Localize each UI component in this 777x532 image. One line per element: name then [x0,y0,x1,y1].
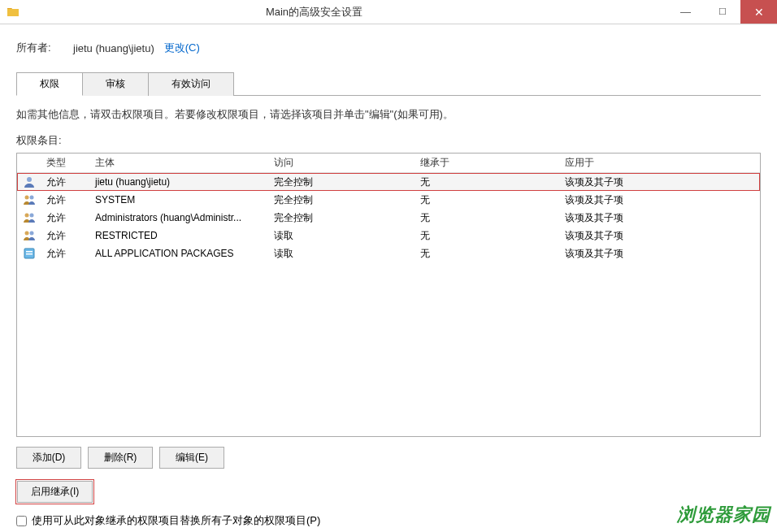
tab-1[interactable]: 审核 [83,72,149,96]
cell-access: 完全控制 [269,210,415,227]
principal-icon [17,245,41,262]
edit-button[interactable]: 编辑(E) [159,447,224,469]
permission-entries-label: 权限条目: [16,133,761,148]
cell-type: 允许 [41,227,90,244]
watermark-text: 浏览器家园 [677,503,770,527]
cell-inherited: 无 [415,245,560,262]
owner-label: 所有者: [16,41,73,55]
dialog-content: 所有者: jietu (huang\jietu) 更改(C) 权限审核有效访问 … [0,24,777,528]
tab-bar: 权限审核有效访问 [16,71,761,96]
cell-applies: 该项及其子项 [560,227,760,244]
permission-row[interactable]: 允许jietu (huang\jietu)完全控制无该项及其子项 [17,173,760,191]
col-icon-header[interactable] [17,160,41,167]
permission-table: 类型 主体 访问 继承于 应用于 允许jietu (huang\jietu)完全… [16,153,761,437]
replace-children-checkbox[interactable] [16,516,27,526]
permission-row[interactable]: 允许SYSTEM完全控制无该项及其子项 [17,191,760,209]
cell-access: 读取 [269,227,415,244]
svg-point-4 [30,214,34,218]
col-applies-header[interactable]: 应用于 [560,153,760,173]
owner-value: jietu (huang\jietu) [73,42,154,54]
svg-rect-9 [26,253,33,255]
cell-type: 允许 [41,192,90,209]
action-buttons: 添加(D) 删除(R) 编辑(E) [16,447,761,469]
principal-icon [17,174,41,190]
replace-children-row: 使用可从此对象继承的权限项目替换所有子对象的权限项目(P) [16,513,761,528]
instruction-text: 如需其他信息，请双击权限项目。若要修改权限项目，请选择该项目并单击"编辑"(如果… [16,107,761,122]
svg-point-6 [30,231,34,236]
svg-point-2 [30,196,34,200]
cell-applies: 该项及其子项 [560,192,760,209]
table-header: 类型 主体 访问 继承于 应用于 [17,154,760,173]
inherit-row: 启用继承(I) [16,480,761,504]
titlebar: Main的高级安全设置 — ☐ ✕ [0,0,777,24]
enable-inheritance-button[interactable]: 启用继承(I) [17,481,93,503]
change-owner-link[interactable]: 更改(C) [164,41,200,55]
svg-rect-8 [26,251,33,253]
cell-principal: ALL APPLICATION PACKAGES [90,246,269,261]
cell-type: 允许 [41,210,90,227]
svg-point-5 [25,231,29,236]
cell-principal: Administrators (huang\Administr... [90,210,269,225]
owner-row: 所有者: jietu (huang\jietu) 更改(C) [16,41,761,55]
svg-point-1 [25,196,29,200]
cell-type: 允许 [41,245,90,262]
cell-applies: 该项及其子项 [560,174,760,191]
cell-applies: 该项及其子项 [560,245,760,262]
cell-access: 读取 [269,245,415,262]
svg-point-0 [27,177,32,182]
add-button[interactable]: 添加(D) [16,447,81,469]
window-controls: — ☐ ✕ [667,0,777,24]
permission-row[interactable]: 允许Administrators (huang\Administr...完全控制… [17,209,760,227]
remove-button[interactable]: 删除(R) [88,447,153,469]
enable-inherit-highlight: 启用继承(I) [16,480,93,504]
cell-inherited: 无 [415,192,560,209]
window-title: Main的高级安全设置 [0,5,667,19]
replace-children-label[interactable]: 使用可从此对象继承的权限项目替换所有子对象的权限项目(P) [32,513,320,528]
col-access-header[interactable]: 访问 [269,153,415,173]
maximize-button[interactable]: ☐ [704,0,740,24]
minimize-button[interactable]: — [667,0,704,24]
permission-row[interactable]: 允许RESTRICTED读取无该项及其子项 [17,227,760,244]
cell-type: 允许 [41,174,90,191]
cell-inherited: 无 [415,174,560,191]
col-inherited-header[interactable]: 继承于 [415,153,560,173]
principal-icon [17,227,41,244]
cell-applies: 该项及其子项 [560,210,760,227]
principal-icon [17,192,41,208]
tab-0[interactable]: 权限 [16,72,83,96]
tab-2[interactable]: 有效访问 [149,72,234,96]
cell-inherited: 无 [415,210,560,227]
svg-point-3 [25,214,29,218]
permission-row[interactable]: 允许ALL APPLICATION PACKAGES读取无该项及其子项 [17,244,760,262]
close-button[interactable]: ✕ [740,0,777,24]
cell-principal: SYSTEM [90,192,269,207]
col-type-header[interactable]: 类型 [41,153,90,173]
cell-principal: RESTRICTED [90,228,269,243]
cell-inherited: 无 [415,227,560,244]
cell-access: 完全控制 [269,192,415,209]
cell-access: 完全控制 [269,174,415,191]
table-body: 允许jietu (huang\jietu)完全控制无该项及其子项允许SYSTEM… [17,173,760,262]
cell-principal: jietu (huang\jietu) [90,175,269,189]
col-principal-header[interactable]: 主体 [90,153,269,173]
principal-icon [17,210,41,226]
